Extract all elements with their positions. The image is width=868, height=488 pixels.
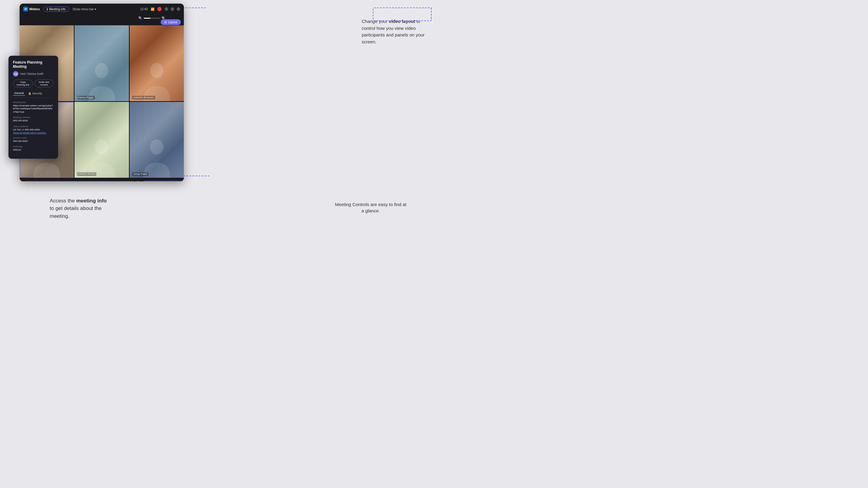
- person-henry: [87, 59, 117, 101]
- bottom-right-text: Meeting Controls are easy to find at a g…: [335, 202, 407, 213]
- show-all-numbers-link[interactable]: Show all global call-in numbers: [13, 131, 54, 134]
- zoom-out-icon[interactable]: 🔍: [138, 16, 143, 20]
- invite-remind-button[interactable]: Invite and remind: [34, 79, 54, 87]
- name-marise: Marise Torres: [77, 172, 96, 176]
- show-menu-bar-label: Show menu bar: [73, 7, 94, 11]
- bottom-left-text: Access the meeting info to get details a…: [50, 198, 107, 219]
- video-cell-isabelle: Isabelle Brennan: [130, 25, 184, 101]
- video-cell-marise: 🎙 Marise Torres: [74, 102, 129, 178]
- zoom-in-icon[interactable]: 🔍: [161, 16, 166, 20]
- meeting-link-value: https://example.webex.com/go/j.php?MTID=…: [13, 104, 54, 113]
- person-marise: [87, 135, 117, 178]
- title-bar-right: 12:40 📶 — □ ✕: [140, 7, 180, 11]
- end-call-button[interactable]: ✕: [136, 181, 139, 181]
- video-address-section: Video address US Toll +1-555-655-0000 Sh…: [13, 125, 54, 134]
- webex-label: Webex: [29, 7, 40, 11]
- host-avatar: CS: [13, 71, 19, 76]
- host-key-value: 555123: [13, 149, 54, 152]
- close-button[interactable]: ✕: [177, 7, 180, 11]
- host-key-label: Host key: [13, 145, 54, 148]
- svg-point-2: [150, 63, 163, 78]
- zoom-slider[interactable]: [144, 18, 160, 19]
- access-code-label: Access code: [13, 136, 54, 139]
- meeting-number-value: 555 035 0635: [13, 119, 54, 122]
- controls-bar: 🎙 Mute ▾ 📹 Stop video ▾ ⬆ Share ⏺ Record: [20, 178, 184, 181]
- controls-left-group: 🎙 Mute ▾ 📹 Stop video ▾ ⬆ Share ⏺ Record: [23, 181, 135, 181]
- meeting-info-panel: Feature Planning Meeting CS Host: Claris…: [8, 56, 58, 159]
- panel-tabs: General 🔒 Security: [13, 91, 54, 98]
- video-address-value: US Toll +1-555-655-0000: [13, 128, 54, 131]
- zoom-fill: [144, 18, 150, 19]
- name-umar: Umar Patel: [132, 172, 149, 176]
- host-label: Host: Clarissa Smith: [20, 72, 43, 75]
- video-address-label: Video address: [13, 125, 54, 128]
- meeting-number-section: Meeting number 555 035 0635: [13, 116, 54, 122]
- show-menu-bar-btn[interactable]: Show menu bar ▾: [73, 7, 96, 11]
- person-isabelle: [142, 59, 172, 101]
- host-row: CS Host: Clarissa Smith: [13, 71, 54, 76]
- meeting-info-icon: ℹ: [47, 7, 48, 11]
- access-code-value: 555 035 0635: [13, 140, 54, 143]
- name-isabelle: Isabelle Brennan: [132, 96, 156, 99]
- meeting-info-label: Meeting info: [49, 7, 65, 11]
- panel-title: Feature Planning Meeting: [13, 60, 54, 69]
- bottom-right-callout: Meeting Controls are easy to find at a g…: [335, 201, 407, 214]
- meeting-link-section: Meeting link https://example.webex.com/g…: [13, 101, 54, 113]
- clock-display: 12:40: [140, 7, 148, 11]
- tab-security[interactable]: 🔒 Security: [27, 91, 43, 96]
- svg-point-4: [95, 139, 108, 155]
- svg-point-1: [95, 63, 108, 78]
- layout-grid-icon: ⊞: [164, 21, 167, 24]
- chevron-down-icon: ▾: [95, 7, 96, 11]
- tab-general[interactable]: General: [13, 91, 25, 96]
- layout-label: Layout: [168, 21, 177, 24]
- webex-logo-icon: W: [23, 7, 28, 11]
- host-key-section: Host key 555123: [13, 145, 54, 152]
- meeting-link-label: Meeting link: [13, 101, 54, 104]
- right-callout: Change your video layout to control how …: [362, 18, 431, 45]
- person-umar: [142, 135, 172, 178]
- meeting-info-pill[interactable]: ℹ Meeting info: [43, 7, 69, 12]
- minimize-button[interactable]: —: [164, 7, 168, 11]
- copy-link-button[interactable]: Copy meeting link: [13, 79, 33, 87]
- meeting-number-label: Meeting number: [13, 116, 54, 119]
- dashed-line-vert: [431, 7, 432, 19]
- zoom-controls: 🔍 🔍: [138, 16, 166, 20]
- bottom-left-callout: Access the meeting info to get details a…: [50, 197, 110, 220]
- maximize-button[interactable]: □: [170, 7, 174, 11]
- video-cell-umar: Umar Patel: [130, 102, 184, 178]
- recording-indicator: [157, 7, 161, 11]
- window-controls: — □ ✕: [164, 7, 180, 11]
- tab-general-label: General: [14, 92, 24, 95]
- video-cell-henry: 🎙 Henry Riggs: [74, 25, 129, 101]
- controls-right-group: ⊞ Apps 👤 💬 •••: [141, 181, 184, 181]
- webex-logo: W Webex: [23, 7, 40, 11]
- shield-icon: 🔒: [28, 92, 31, 95]
- svg-point-5: [150, 139, 163, 155]
- access-code-section: Access code 555 035 0635: [13, 136, 54, 143]
- wifi-icon: 📶: [151, 7, 154, 11]
- name-henry: Henry Riggs: [77, 96, 95, 99]
- panel-buttons: Copy meeting link Invite and remind: [13, 79, 54, 87]
- title-bar: W Webex ℹ Meeting info Show menu bar ▾ 1…: [20, 4, 184, 14]
- right-callout-text: Change your video layout to control how …: [362, 19, 424, 44]
- tab-security-label: Security: [32, 92, 42, 95]
